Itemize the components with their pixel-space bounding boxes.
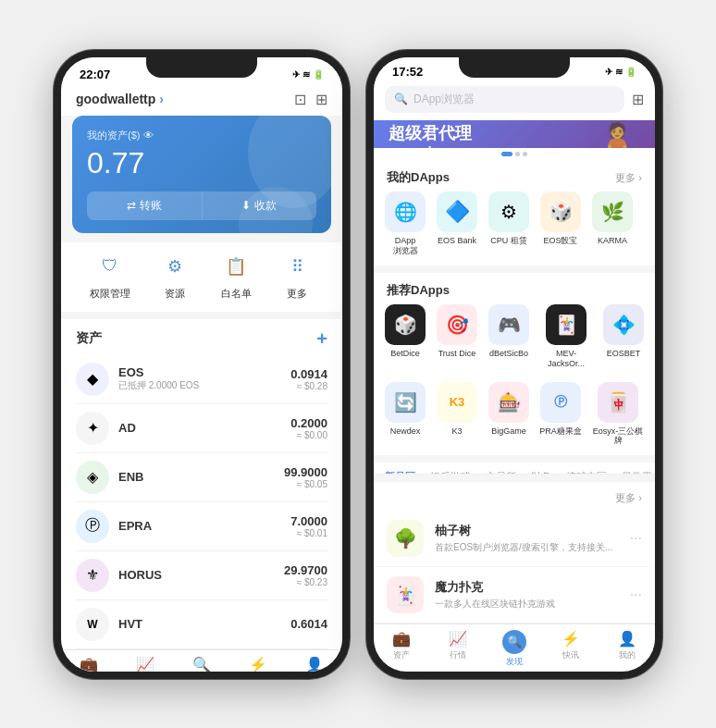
app-eosbet[interactable]: 💠 EOSBET xyxy=(599,304,648,369)
search-icon: 🔍 xyxy=(394,93,408,105)
tab-daily[interactable]: 日常工... xyxy=(622,463,655,474)
horus-icon: ⚜ xyxy=(76,559,109,592)
eosyx-icon: 🀄 xyxy=(598,382,638,423)
asset-row-epra[interactable]: Ⓟ EPRA 7.0000 ≈ $0.01 xyxy=(76,502,327,551)
app-eos-bank[interactable]: 🔷 EOS Bank xyxy=(433,191,481,256)
app-betdice[interactable]: 🎲 BetDice xyxy=(381,304,429,369)
transfer-icon: ⇄ xyxy=(127,199,136,212)
app-k3[interactable]: K3 K3 xyxy=(433,382,481,447)
grid-icon[interactable]: ⊞ xyxy=(632,91,644,108)
biggame-icon: 🎰 xyxy=(488,382,529,423)
news-tab-icon: ⚡ xyxy=(249,656,267,672)
app-eosyx[interactable]: 🀄 Eosyx-三公棋牌 xyxy=(588,382,648,447)
assets-tab-icon: 💼 xyxy=(80,656,98,672)
screen-dapp: 17:52 ✈ ≋ 🔋 🔍 DApp浏览器 ⊞ 你支持DApp 我们支持你 超级… xyxy=(374,57,655,672)
tab-exchange[interactable]: 交易所 xyxy=(486,463,516,474)
status-icons-2: ✈ ≋ 🔋 xyxy=(605,67,636,77)
tab-news-2[interactable]: ⚡ 快讯 xyxy=(542,630,599,668)
tab-assets-1[interactable]: 💼 资产 xyxy=(61,656,117,672)
app-biggame[interactable]: 🎰 BigGame xyxy=(485,382,533,447)
quick-more[interactable]: ⠿ 更多 xyxy=(280,250,314,301)
eos-amount: 0.0914 ≈ $0.28 xyxy=(290,367,327,391)
ad-icon: ✦ xyxy=(76,412,109,445)
asset-row-ad[interactable]: ✦ AD 0.2000 ≈ $0.00 xyxy=(76,404,327,453)
app-trust-dice[interactable]: 🎯 Trust Dice xyxy=(433,304,481,369)
tab-discover-2[interactable]: 🔍 发现 xyxy=(487,630,543,668)
screen-wallet: 22:07 ✈ ≋ 🔋 goodwallettp › ⊡ ⊞ 我的资产($) 👁… xyxy=(61,57,342,672)
recommended-dapps-section: 推荐DApps 🎲 BetDice 🎯 Trust Dice 🎮 dBetSic… xyxy=(374,273,655,455)
search-input[interactable]: 🔍 DApp浏览器 xyxy=(385,86,624,113)
yuzushu-icon: 🌳 xyxy=(387,520,424,557)
quick-menu: 🛡 权限管理 ⚙ 资源 📋 白名单 ⠿ 更多 xyxy=(61,242,342,312)
tab-bar-1: 💼 资产 📈 行情 🔍 发现 ⚡ 快讯 👤 我的 xyxy=(61,649,342,672)
category-tabs: 新品区 娱乐游戏 交易所 财务 挖矿专区 日常工... xyxy=(374,463,655,474)
app-cpu-rental[interactable]: ⚙ CPU 租赁 xyxy=(485,191,533,256)
banner-text: 你支持DApp 我们支持你 超级君代理 superdapppxy xyxy=(389,120,488,149)
tab-profile-2[interactable]: 👤 我的 xyxy=(599,630,655,668)
wallet-header: goodwallettp › ⊡ ⊞ xyxy=(61,87,342,116)
poker-more-icon: ··· xyxy=(630,586,642,603)
quick-whitelist[interactable]: 📋 白名单 xyxy=(219,250,253,301)
new-apps-more[interactable]: 更多 › xyxy=(615,491,642,505)
eos-info: EOS 已抵押 2.0000 EOS xyxy=(118,365,281,392)
quick-resources[interactable]: ⚙ 资源 xyxy=(158,250,191,301)
tab-discover-1[interactable]: 🔍 发现 xyxy=(174,656,230,672)
my-dapps-more[interactable]: 更多 › xyxy=(615,171,642,185)
assets-header: 资产 + xyxy=(76,319,327,355)
balance-label: 我的资产($) 👁 xyxy=(87,129,316,142)
qr-icon[interactable]: ⊡ xyxy=(294,91,306,108)
market-tab-icon: 📈 xyxy=(136,656,154,672)
ad-amount: 0.2000 ≈ $0.00 xyxy=(290,416,327,440)
app-newdex[interactable]: 🔄 Newdex xyxy=(381,382,429,447)
app-pra[interactable]: Ⓟ PRA糖果盒 xyxy=(537,382,585,447)
banner-dots xyxy=(374,148,655,160)
assets-icon-2: 💼 xyxy=(392,630,411,648)
wallet-name[interactable]: goodwallettp › xyxy=(76,92,164,106)
tab-bar-2: 💼 资产 📈 行情 🔍 发现 ⚡ 快讯 👤 我的 xyxy=(374,623,655,672)
quick-permissions[interactable]: 🛡 权限管理 xyxy=(90,250,130,301)
eos-dice-label: EOS骰宝 xyxy=(543,236,577,246)
receive-button[interactable]: ⬇ 收款 xyxy=(203,191,317,220)
tab-market-1[interactable]: 📈 行情 xyxy=(117,656,174,672)
poker-info: 魔力扑克 一款多人在线区块链扑克游戏 xyxy=(435,579,619,611)
tab-finance[interactable]: 财务 xyxy=(531,463,551,474)
tab-profile-1[interactable]: 👤 我的 xyxy=(286,656,342,672)
tab-new[interactable]: 新品区 xyxy=(385,463,415,474)
status-icons-1: ✈ ≋ 🔋 xyxy=(292,69,324,80)
tab-games[interactable]: 娱乐游戏 xyxy=(430,463,471,474)
asset-row-enb[interactable]: ◈ ENB 99.9000 ≈ $0.05 xyxy=(76,453,327,502)
asset-row-hvt[interactable]: W HVT 0.6014 xyxy=(76,600,327,649)
asset-row-horus[interactable]: ⚜ HORUS 29.9700 ≈ $0.23 xyxy=(76,551,327,600)
enb-info: ENB xyxy=(118,470,275,484)
newdex-icon: 🔄 xyxy=(385,382,426,423)
enb-icon: ◈ xyxy=(76,461,109,494)
asset-row-eos[interactable]: ◆ EOS 已抵押 2.0000 EOS 0.0914 ≈ $0.28 xyxy=(76,355,327,404)
notch xyxy=(146,57,257,78)
eos-dice-icon: 🎲 xyxy=(540,191,581,232)
recommended-header: 推荐DApps xyxy=(374,273,655,304)
profile-tab-icon: 👤 xyxy=(305,656,324,672)
list-item-poker[interactable]: 🃏 魔力扑克 一款多人在线区块链扑克游戏 ··· xyxy=(374,567,655,623)
eos-bank-label: EOS Bank xyxy=(438,236,476,246)
tab-market-2[interactable]: 📈 行情 xyxy=(430,630,487,668)
app-mev[interactable]: 🃏 MEV-JacksOr... xyxy=(537,304,596,369)
tab-news-1[interactable]: ⚡ 快讯 xyxy=(229,656,286,672)
list-item-yuzushu[interactable]: 🌳 柚子树 首款EOS制户浏览器/搜索引擎，支持接关... ··· xyxy=(374,511,655,567)
transfer-button[interactable]: ⇄ 转账 xyxy=(87,191,202,220)
scan-icon[interactable]: ⊞ xyxy=(315,91,327,108)
app-eos-dice[interactable]: 🎲 EOS骰宝 xyxy=(537,191,585,256)
discover-icon-2: 🔍 xyxy=(502,630,526,654)
tab-mining[interactable]: 挖矿专区 xyxy=(566,463,607,474)
dbetsicbo-icon: 🎮 xyxy=(488,304,529,345)
app-dapp-browser[interactable]: 🌐 DApp浏览器 xyxy=(381,191,429,256)
new-apps-section: 更多 › 🌳 柚子树 首款EOS制户浏览器/搜索引擎，支持接关... ··· 🃏… xyxy=(374,482,655,623)
cpu-icon: ⚙ xyxy=(488,191,529,232)
app-dbetsicbo[interactable]: 🎮 dBetSicBo xyxy=(485,304,533,369)
news-icon-2: ⚡ xyxy=(562,630,580,648)
promo-banner[interactable]: 你支持DApp 我们支持你 超级君代理 superdapppxy 🧍 xyxy=(374,120,655,149)
add-asset-button[interactable]: + xyxy=(316,328,327,350)
more-icon: ⠿ xyxy=(280,250,314,283)
tab-assets-2[interactable]: 💼 资产 xyxy=(374,630,430,668)
k3-icon: K3 xyxy=(437,382,477,423)
app-karma[interactable]: 🌿 KARMA xyxy=(588,191,636,256)
